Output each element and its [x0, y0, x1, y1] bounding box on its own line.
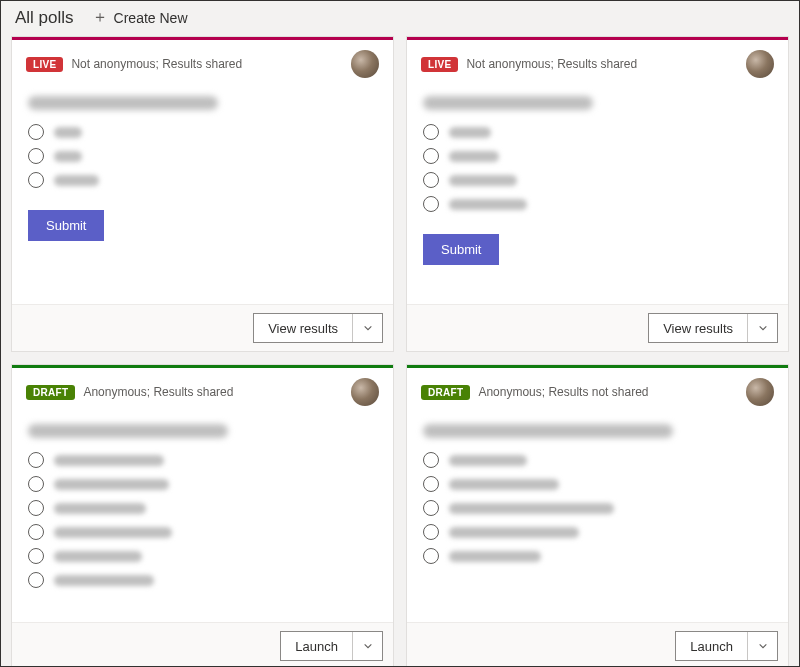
option-label	[54, 127, 82, 138]
option-label	[54, 503, 146, 514]
option-label	[449, 551, 541, 562]
avatar	[746, 378, 774, 406]
page-header: All polls ＋ Create New	[1, 1, 799, 36]
card-header: DRAFTAnonymous; Results not shared	[407, 368, 788, 412]
status-badge: LIVE	[421, 57, 458, 72]
card-footer: Launch	[407, 622, 788, 667]
option-label	[449, 527, 579, 538]
poll-meta: Anonymous; Results shared	[83, 385, 233, 399]
status-badge: LIVE	[26, 57, 63, 72]
radio-icon	[28, 476, 44, 492]
avatar	[351, 378, 379, 406]
split-dropdown-button[interactable]	[747, 632, 777, 660]
chevron-down-icon	[363, 641, 373, 651]
poll-option[interactable]	[28, 452, 377, 468]
poll-option[interactable]	[423, 500, 772, 516]
launch-button[interactable]: Launch	[281, 632, 352, 660]
option-label	[449, 151, 499, 162]
option-label	[54, 527, 172, 538]
poll-meta: Anonymous; Results not shared	[478, 385, 648, 399]
view-results-button[interactable]: View results	[254, 314, 352, 342]
poll-question	[28, 96, 218, 110]
page-title: All polls	[15, 8, 74, 28]
status-badge: DRAFT	[421, 385, 470, 400]
view-results-button[interactable]: View results	[649, 314, 747, 342]
polls-grid: LIVENot anonymous; Results sharedSubmitV…	[1, 36, 799, 667]
option-label	[54, 151, 82, 162]
split-dropdown-button[interactable]	[352, 314, 382, 342]
chevron-down-icon	[758, 323, 768, 333]
submit-button[interactable]: Submit	[423, 234, 499, 265]
poll-question	[28, 424, 228, 438]
create-new-label: Create New	[114, 10, 188, 26]
radio-icon	[28, 572, 44, 588]
card-header: LIVENot anonymous; Results shared	[407, 40, 788, 84]
option-label	[54, 175, 99, 186]
radio-icon	[28, 500, 44, 516]
poll-question	[423, 96, 593, 110]
option-label	[449, 127, 491, 138]
poll-options	[28, 452, 377, 588]
poll-card: LIVENot anonymous; Results sharedSubmitV…	[406, 36, 789, 352]
card-header: LIVENot anonymous; Results shared	[12, 40, 393, 84]
poll-option[interactable]	[28, 500, 377, 516]
poll-option[interactable]	[423, 452, 772, 468]
option-label	[449, 199, 527, 210]
launch-button[interactable]: Launch	[676, 632, 747, 660]
plus-icon: ＋	[92, 7, 108, 28]
poll-option[interactable]	[423, 524, 772, 540]
footer-split-button: Launch	[675, 631, 778, 661]
poll-option[interactable]	[423, 148, 772, 164]
option-label	[54, 455, 164, 466]
option-label	[54, 479, 169, 490]
poll-options	[423, 124, 772, 212]
submit-button[interactable]: Submit	[28, 210, 104, 241]
poll-option[interactable]	[28, 124, 377, 140]
card-body: Submit	[407, 84, 788, 304]
radio-icon	[423, 172, 439, 188]
radio-icon	[28, 148, 44, 164]
footer-split-button: View results	[648, 313, 778, 343]
poll-options	[28, 124, 377, 188]
poll-option[interactable]	[28, 572, 377, 588]
poll-option[interactable]	[423, 476, 772, 492]
radio-icon	[28, 548, 44, 564]
poll-option[interactable]	[28, 524, 377, 540]
poll-card: LIVENot anonymous; Results sharedSubmitV…	[11, 36, 394, 352]
poll-card: DRAFTAnonymous; Results not sharedLaunch	[406, 364, 789, 667]
poll-option[interactable]	[423, 172, 772, 188]
avatar	[351, 50, 379, 78]
poll-card: DRAFTAnonymous; Results sharedLaunch	[11, 364, 394, 667]
avatar	[746, 50, 774, 78]
poll-option[interactable]	[28, 548, 377, 564]
radio-icon	[423, 124, 439, 140]
card-body	[407, 412, 788, 622]
poll-option[interactable]	[28, 172, 377, 188]
option-label	[449, 455, 527, 466]
radio-icon	[423, 524, 439, 540]
poll-option[interactable]	[423, 548, 772, 564]
split-dropdown-button[interactable]	[747, 314, 777, 342]
card-body	[12, 412, 393, 622]
chevron-down-icon	[363, 323, 373, 333]
split-dropdown-button[interactable]	[352, 632, 382, 660]
poll-option[interactable]	[28, 148, 377, 164]
radio-icon	[423, 452, 439, 468]
option-label	[54, 551, 142, 562]
chevron-down-icon	[758, 641, 768, 651]
radio-icon	[28, 452, 44, 468]
option-label	[449, 175, 517, 186]
radio-icon	[423, 148, 439, 164]
status-badge: DRAFT	[26, 385, 75, 400]
poll-option[interactable]	[28, 476, 377, 492]
create-new-button[interactable]: ＋ Create New	[92, 7, 188, 28]
poll-options	[423, 452, 772, 564]
option-label	[54, 575, 154, 586]
card-header: DRAFTAnonymous; Results shared	[12, 368, 393, 412]
footer-split-button: Launch	[280, 631, 383, 661]
radio-icon	[423, 196, 439, 212]
poll-option[interactable]	[423, 196, 772, 212]
option-label	[449, 503, 614, 514]
card-body: Submit	[12, 84, 393, 304]
poll-option[interactable]	[423, 124, 772, 140]
